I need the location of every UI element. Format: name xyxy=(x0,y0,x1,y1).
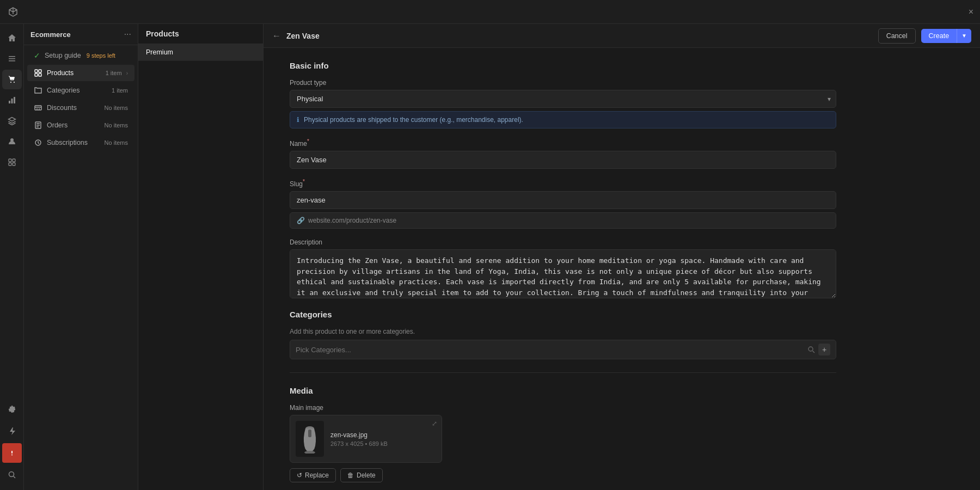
setup-check-icon: ✓ xyxy=(34,51,40,60)
svg-rect-18 xyxy=(39,74,41,76)
create-button-group: Create ▼ xyxy=(921,29,971,43)
nav-item-subscriptions[interactable]: Subscriptions No items xyxy=(27,134,134,151)
create-dropdown-button[interactable]: ▼ xyxy=(957,29,971,43)
product-type-label: Product type xyxy=(290,79,836,87)
categories-search-icon[interactable] xyxy=(807,346,815,353)
back-button[interactable]: ← xyxy=(272,31,281,41)
url-preview: 🔗 website.com/product/zen-vase xyxy=(290,212,836,229)
products-panel-premium[interactable]: Premium xyxy=(138,44,263,61)
name-label: Name* xyxy=(290,138,836,148)
nav-products-label: Products xyxy=(47,69,101,77)
categories-add-button[interactable]: + xyxy=(818,344,830,356)
media-title: Media xyxy=(290,386,836,395)
setup-guide-label: Setup guide xyxy=(45,52,81,59)
media-divider xyxy=(290,372,836,373)
products-panel: Products Premium xyxy=(138,24,264,490)
page-title: Zen Vase xyxy=(286,32,873,40)
nav-categories-label: Categories xyxy=(47,87,107,94)
svg-rect-15 xyxy=(35,70,38,72)
main-image-group: Main image zen-vase.jpg 2673 x 4025 xyxy=(290,404,836,482)
svg-point-22 xyxy=(808,347,813,351)
thumb-info: zen-vase.jpg 2673 x 4025 • 689 kB xyxy=(330,431,436,447)
product-type-group: Product type Physical Digital Service ▾ … xyxy=(290,79,836,128)
thumb-image xyxy=(296,421,324,457)
slug-input[interactable] xyxy=(290,191,836,209)
svg-rect-0 xyxy=(9,56,15,57)
description-label: Description xyxy=(290,238,836,246)
svg-point-14 xyxy=(9,472,14,477)
image-filename: zen-vase.jpg xyxy=(330,431,436,439)
media-actions: ↺ Replace 🗑 Delete xyxy=(290,468,836,482)
icon-sidebar-bottom xyxy=(2,400,22,486)
close-button[interactable]: × xyxy=(969,8,973,16)
svg-rect-4 xyxy=(11,99,13,103)
name-group: Name* xyxy=(290,138,836,169)
sidebar-layers-item[interactable] xyxy=(2,111,22,131)
svg-rect-7 xyxy=(9,159,11,162)
nav-discounts-label: Discounts xyxy=(47,104,100,112)
product-type-info: ℹ Physical products are shipped to the c… xyxy=(290,111,836,128)
app-icon xyxy=(7,5,20,19)
sidebar-search-item[interactable] xyxy=(2,465,22,485)
replace-button[interactable]: ↺ Replace xyxy=(290,468,336,482)
create-button[interactable]: Create xyxy=(921,29,957,43)
svg-rect-24 xyxy=(308,430,311,437)
nav-sidebar-header: Ecommerce ··· xyxy=(24,24,138,45)
svg-rect-13 xyxy=(11,455,13,456)
product-type-select[interactable]: Physical Digital Service xyxy=(290,90,836,108)
top-bar: × xyxy=(0,0,980,24)
products-panel-premium-label: Premium xyxy=(146,48,173,56)
nav-sidebar-title: Ecommerce xyxy=(30,30,71,39)
sidebar-home-item[interactable] xyxy=(2,28,22,48)
nav-subscriptions-label: Subscriptions xyxy=(47,139,100,146)
categories-group: Categories Add this product to one or mo… xyxy=(290,310,836,359)
sidebar-person-item[interactable] xyxy=(2,132,22,151)
description-group: Description Introducing the Zen Vase, a … xyxy=(290,238,836,300)
top-bar-right: × xyxy=(969,8,973,16)
nav-item-orders[interactable]: Orders No items xyxy=(27,117,134,133)
svg-rect-8 xyxy=(13,159,15,162)
form-area: Basic info Product type Physical Digital… xyxy=(264,48,862,490)
setup-steps-badge: 9 steps left xyxy=(87,52,115,59)
nav-sidebar-dots[interactable]: ··· xyxy=(124,29,131,39)
products-panel-header: Products xyxy=(138,24,263,44)
sidebar-lightning-item[interactable] xyxy=(2,421,22,441)
nav-item-discounts[interactable]: Discounts No items xyxy=(27,100,134,116)
nav-categories-badge: 1 item xyxy=(112,87,128,94)
main-layout: Ecommerce ··· ✓ Setup guide 9 steps left… xyxy=(0,24,980,490)
cancel-button[interactable]: Cancel xyxy=(878,28,916,44)
basic-info-title: Basic info xyxy=(290,61,836,70)
sidebar-chart-item[interactable] xyxy=(2,90,22,110)
name-input[interactable] xyxy=(290,151,836,169)
product-type-info-text: Physical products are shipped to the cus… xyxy=(304,116,523,124)
delete-button[interactable]: 🗑 Delete xyxy=(340,468,383,482)
icon-sidebar xyxy=(0,24,24,490)
image-expand-button[interactable]: ⤢ xyxy=(432,420,437,427)
products-icon xyxy=(34,69,42,77)
discounts-icon xyxy=(34,103,42,112)
nav-item-products[interactable]: Products 1 item › xyxy=(27,65,134,81)
sidebar-puzzle-item[interactable] xyxy=(2,152,22,172)
slug-label: Slug* xyxy=(290,179,836,188)
sidebar-error-item[interactable] xyxy=(2,443,22,463)
svg-rect-5 xyxy=(14,97,15,103)
subscriptions-icon xyxy=(34,138,42,147)
svg-rect-12 xyxy=(11,451,13,454)
setup-guide-item[interactable]: ✓ Setup guide 9 steps left xyxy=(27,47,134,64)
product-type-select-wrapper: Physical Digital Service ▾ xyxy=(290,90,836,108)
categories-picker: + xyxy=(290,340,836,359)
svg-rect-9 xyxy=(9,163,11,166)
main-content: ← Zen Vase Cancel Create ▼ Basic info Pr… xyxy=(264,24,980,490)
nav-item-categories[interactable]: Categories 1 item xyxy=(27,82,134,99)
sidebar-shop-item[interactable] xyxy=(2,70,22,89)
top-bar-left xyxy=(7,5,20,19)
categories-input[interactable] xyxy=(296,346,807,354)
nav-orders-badge: No items xyxy=(105,122,128,128)
description-input[interactable]: Introducing the Zen Vase, a beautiful an… xyxy=(290,249,836,298)
link-icon: 🔗 xyxy=(297,217,305,224)
svg-rect-2 xyxy=(9,60,15,62)
sidebar-settings-item[interactable] xyxy=(2,400,22,419)
svg-rect-10 xyxy=(13,163,15,166)
sidebar-list-item[interactable] xyxy=(2,49,22,69)
replace-icon: ↺ xyxy=(297,471,302,479)
